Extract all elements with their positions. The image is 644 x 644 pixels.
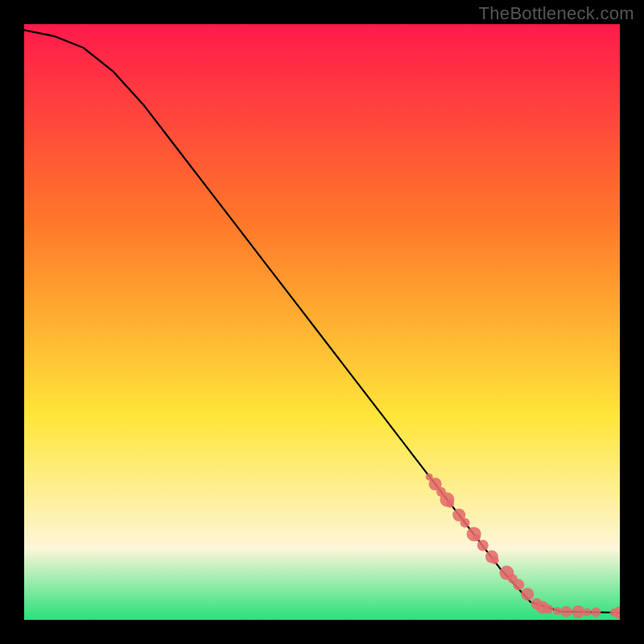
marker-point [553,607,561,615]
marker-point [591,608,601,617]
marker-point [446,500,454,508]
marker-point [572,605,584,618]
marker-point [513,579,524,590]
marker-point [477,540,489,551]
watermark-label: TheBottleneck.com [479,3,634,24]
marker-point [460,518,470,527]
marker-point [521,588,534,601]
chart-stage: TheBottleneck.com [0,0,644,644]
marker-point [543,605,553,614]
marker-point [583,608,591,616]
marker-point [473,534,481,541]
chart-svg [24,24,620,620]
plot-area [24,24,620,620]
marker-point [491,556,499,564]
marker-point [560,606,572,617]
gradient-background [24,24,620,620]
